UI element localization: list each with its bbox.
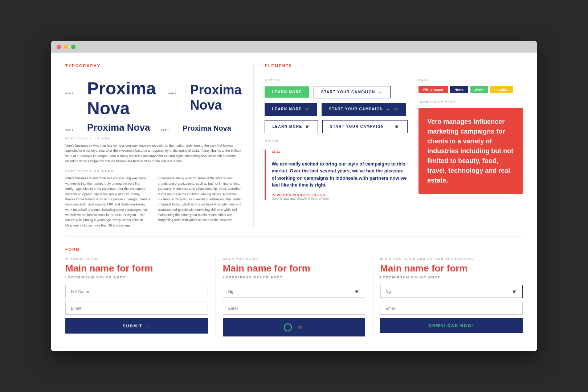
page-content: Typography 60PT Proxima Nova 40PT Proxim…: [51, 53, 537, 351]
quote-block: ““ We are really excited to bring our st…: [265, 150, 408, 200]
elements-inner: BUTTON LEARN MORE START YOUR CAMPAIGN →: [265, 78, 523, 200]
impressive-label: IMPRESSIVE TEXT: [418, 101, 523, 104]
form-col-1: WITHOUT CLICK Main name for form LOREMIP…: [65, 257, 216, 336]
buttons-quote-col: BUTTON LEARN MORE START YOUR CAMPAIGN →: [265, 78, 408, 200]
body2-col2: professional doing work for some of the …: [158, 176, 242, 228]
arrow-icon-1: →: [378, 90, 383, 95]
learn-more-text-2: LEARN MORE: [272, 107, 302, 111]
form-subtitle-2: LOREMIPSUM DOLOR AMET: [223, 275, 366, 279]
cursor-icon-loading: ☛: [298, 323, 304, 331]
quote-text: We are really excited to bring our style…: [271, 160, 408, 189]
tags-impressive-col: TAGS White paper News Work Insights IMPR…: [418, 78, 523, 200]
cursor-icon-form3: ☛: [513, 289, 517, 294]
font-display-60: Proxima Nova: [87, 78, 157, 118]
form-subtitle-3: LOREMIPSUM DOLOR AMET: [380, 275, 523, 279]
btn-row-2: LEARN MORE ☛ START YOUR CAMPAIGN → ☛: [265, 103, 408, 116]
tag-news[interactable]: News: [450, 86, 468, 93]
tag-whitepaper[interactable]: White paper: [418, 86, 448, 93]
arrow-icon-3: →: [387, 124, 392, 129]
quote-role: Chief Digital and Growth Officer at Vero: [271, 197, 408, 200]
form3-download-btn[interactable]: DOWNLOAD NOW!: [380, 318, 523, 333]
quote-label: QUOTE: [265, 139, 408, 142]
form-subtitle-1: LOREMIPSUM DOLOR AMET: [65, 275, 208, 279]
start-campaign-outline-btn[interactable]: START YOUR CAMPAIGN →: [314, 86, 391, 98]
elements-column: Elements BUTTON LEARN MORE START YOUR CA…: [254, 64, 523, 228]
form1-fullname-input[interactable]: [65, 285, 208, 298]
font-row-60-40: 60PT Proxima Nova 40PT Proxima Nova: [65, 78, 242, 118]
cursor-icon-3: ☛: [305, 124, 311, 130]
form-col-2: WHEN YOU CLICK Main name for form LOREMI…: [223, 257, 373, 336]
form-title-1: Main name for form: [65, 263, 208, 274]
learn-more-text-3: LEARN MORE: [272, 124, 302, 128]
form2-loading-btn[interactable]: ☛: [223, 318, 366, 336]
tags-section: TAGS White paper News Work Insights: [418, 78, 523, 93]
start-campaign-text-3: START YOUR CAMPAIGN: [330, 124, 384, 128]
impressive-box: Vero manages influencer marketing campai…: [418, 108, 523, 194]
font-row-30-25: 30PT Proxima Nova 25PT Proxima Nova: [65, 122, 242, 133]
section-divider: [65, 237, 523, 237]
start-campaign-text-2: START YOUR CAMPAIGN: [329, 107, 383, 111]
submit-text: SUBMIT: [123, 324, 142, 328]
quote-author: PAWARES WONGPETHKAO: [271, 193, 408, 197]
browser-window: Typography 60PT Proxima Nova 40PT Proxim…: [51, 41, 537, 351]
font-display-25: Proxima Nova: [183, 124, 231, 132]
learn-more-navy-btn[interactable]: LEARN MORE ☛: [265, 103, 317, 116]
tag-work[interactable]: Work: [470, 86, 488, 93]
submit-arrow: →: [145, 323, 150, 328]
form3-name-wrapper: ☛: [380, 285, 523, 298]
form-title-3: Main name for form: [380, 263, 523, 274]
body1-text: Vero's business in Myanmar has come a lo…: [65, 143, 242, 164]
btn-row-3: LEARN MORE ☛ START YOUR CAMPAIGN → ☛: [265, 120, 408, 133]
form-columns: WITHOUT CLICK Main name for form LOREMIP…: [65, 257, 523, 336]
cursor-icon-2: ☛: [394, 106, 399, 112]
form-title-2: Main name for form: [223, 263, 366, 274]
impressive-text: Vero manages influencer marketing campai…: [427, 117, 514, 185]
elements-section-label: Elements: [265, 64, 523, 71]
form2-email-input[interactable]: [223, 302, 366, 315]
tags-row: White paper News Work Insights: [418, 86, 523, 93]
top-sections: Typography 60PT Proxima Nova 40PT Proxim…: [65, 64, 523, 228]
form3-name-input[interactable]: [385, 285, 513, 298]
body2-text: Vero's business in Myanmar has come a lo…: [65, 176, 242, 228]
arrow-icon-2: →: [386, 107, 391, 112]
form-state-2-label: WHEN YOU CLICK: [223, 257, 366, 261]
form-section: FORM WITHOUT CLICK Main name for form LO…: [65, 246, 523, 336]
tag-insights[interactable]: Insights: [490, 86, 513, 93]
typography-section-label: Typography: [65, 64, 242, 71]
cursor-icon-4: ☛: [395, 124, 400, 130]
form2-name-input[interactable]: [228, 285, 355, 298]
btn-row-1: LEARN MORE START YOUR CAMPAIGN →: [265, 86, 408, 98]
form1-submit-btn[interactable]: SUBMIT →: [65, 318, 208, 334]
start-campaign-outline2-btn[interactable]: START YOUR CAMPAIGN → ☛: [322, 120, 408, 133]
body1-label: BODY TEXT 1 COLUMN: [65, 137, 242, 140]
form3-email-input[interactable]: [380, 302, 523, 315]
cursor-icon-form2: ☛: [355, 289, 360, 294]
form2-name-wrapper: ☛: [223, 285, 366, 298]
learn-more-outline-btn[interactable]: LEARN MORE ☛: [265, 120, 318, 133]
dot-yellow[interactable]: [64, 45, 68, 49]
form-state-3-label: WHEN YOU CLICK AND BUTTON IN PROGRESS: [380, 257, 523, 261]
pt-label-25: 25PT: [161, 128, 172, 131]
dot-green[interactable]: [71, 45, 75, 49]
form-state-1-label: WITHOUT CLICK: [65, 257, 208, 261]
cursor-icon-1: ☛: [305, 106, 310, 112]
pt-label-30: 30PT: [65, 128, 76, 131]
typography-column: Typography 60PT Proxima Nova 40PT Proxim…: [65, 64, 254, 228]
start-campaign-text-1: START YOUR CAMPAIGN: [321, 90, 375, 94]
dot-red[interactable]: [57, 45, 61, 49]
loading-circle: [284, 323, 292, 331]
button-label: BUTTON: [265, 78, 408, 82]
form1-email-input[interactable]: [65, 302, 208, 315]
form-section-label: FORM: [65, 247, 80, 252]
font-display-40: Proxima Nova: [190, 82, 242, 113]
pt-label-60: 60PT: [65, 92, 76, 95]
start-campaign-navy-btn[interactable]: START YOUR CAMPAIGN → ☛: [322, 103, 406, 116]
font-display-30: Proxima Nova: [87, 122, 150, 133]
quote-mark: ““: [271, 150, 408, 158]
pt-label-40: 40PT: [168, 92, 179, 95]
body2-col1: Vero's business in Myanmar has come a lo…: [65, 176, 150, 228]
learn-more-green-btn[interactable]: LEARN MORE: [265, 86, 309, 98]
browser-titlebar: [51, 41, 537, 53]
form-col-3: WHEN YOU CLICK AND BUTTON IN PROGRESS Ma…: [380, 257, 523, 336]
body2-label: BODY TEXT 2 COLUMNS: [65, 170, 242, 173]
